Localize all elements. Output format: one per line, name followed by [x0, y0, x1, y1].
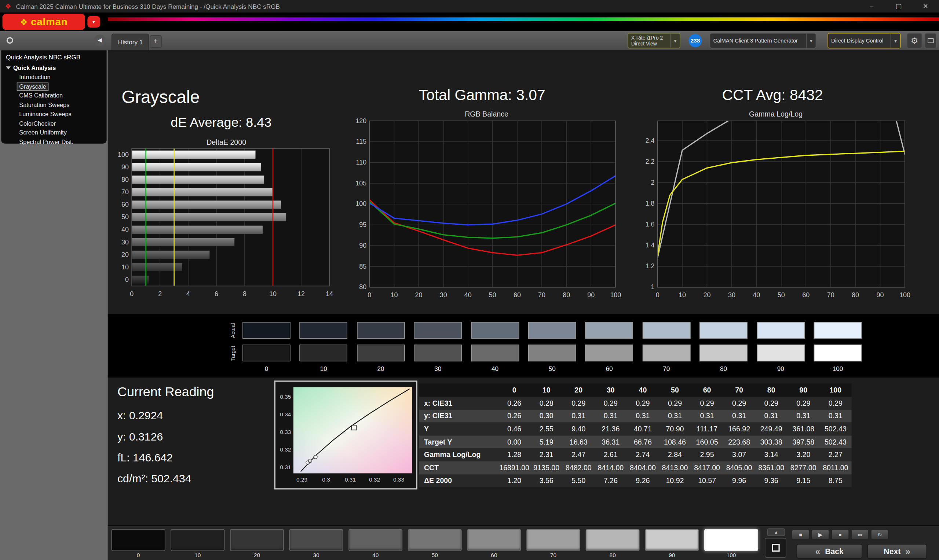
pattern-patch-20[interactable]	[230, 529, 284, 551]
svg-text:80: 80	[563, 291, 570, 299]
actual-swatch-10	[300, 322, 348, 338]
sidebar-item-introduction[interactable]: Introduction	[17, 73, 53, 82]
pattern-patch-90[interactable]	[645, 529, 699, 551]
calman-logo-text: calman	[31, 16, 68, 28]
patch-cell-40: 40	[348, 529, 402, 558]
pattern-patch-80[interactable]	[586, 529, 640, 551]
patch-label-10: 10	[171, 552, 225, 558]
main-menu-button[interactable]: ▼	[87, 16, 100, 28]
sidebar-collapse-button[interactable]: ◀	[94, 35, 105, 46]
app-icon: ❖	[5, 2, 11, 11]
pattern-patch-30[interactable]	[290, 529, 343, 551]
patch-cell-80: 80	[586, 529, 640, 558]
add-tab-button[interactable]: +	[150, 35, 162, 48]
sidebar-item-luminance-sweeps[interactable]: Luminance Sweeps	[17, 110, 74, 119]
actual-row-label: Actual	[230, 322, 236, 339]
table-cell: 160.05	[691, 438, 723, 446]
refresh-button[interactable]: ↻	[871, 529, 889, 540]
row-label: Y	[419, 425, 498, 433]
sidebar-item-grayscale[interactable]: Grayscale	[17, 82, 49, 91]
svg-text:10: 10	[678, 291, 686, 299]
pattern-patch-100[interactable]	[704, 529, 758, 551]
pattern-patch-10[interactable]	[171, 529, 225, 551]
table-cell: 3.56	[530, 477, 563, 485]
svg-text:90: 90	[359, 242, 367, 249]
pattern-patch-0[interactable]	[111, 529, 165, 551]
swatch-level-0: 0	[242, 365, 290, 372]
deltae-2000-chart: 100908070605040302010002468101214	[117, 147, 335, 302]
table-cell: 0.31	[819, 412, 852, 420]
pattern-patch-40[interactable]	[348, 529, 402, 551]
chevron-up-button[interactable]: ▲	[767, 528, 785, 536]
back-button[interactable]: « Back	[796, 544, 862, 559]
pattern-generator-dropdown[interactable]: CalMAN Client 3 Pattern Generator ▼	[710, 33, 817, 48]
svg-text:120: 120	[355, 118, 367, 124]
sidebar-item-cms-calibration[interactable]: CMS Calibration	[17, 92, 65, 100]
window-titlebar: ❖ Calman 2025 Calman Ultimate for Busine…	[0, 0, 939, 12]
sidebar-item-spectral-power-dist[interactable]: Spectral Power Dist.	[17, 138, 76, 146]
reading-y: y: 0.3126	[117, 430, 214, 443]
pattern-patch-70[interactable]	[526, 529, 580, 551]
svg-text:1.8: 1.8	[646, 200, 655, 207]
pattern-patch-50[interactable]	[408, 529, 462, 551]
svg-text:80: 80	[122, 176, 129, 183]
patch-label-80: 80	[586, 552, 640, 558]
svg-text:30: 30	[728, 291, 735, 299]
maximize-button[interactable]: ▢	[885, 0, 912, 12]
table-col-70: 70	[723, 386, 755, 394]
close-button[interactable]: ✕	[912, 0, 939, 12]
table-cell: 2.95	[691, 451, 723, 459]
pin-icon[interactable]	[6, 37, 13, 44]
workflow-tree-panel: Quick Analysis NBC sRGB Quick Analysis I…	[1, 50, 106, 144]
table-cell: 0.31	[691, 412, 723, 420]
table-cell: 10.57	[691, 477, 723, 485]
reading-cdm2: cd/m²: 502.434	[117, 472, 214, 485]
sidebar-item-saturation-sweeps[interactable]: Saturation Sweeps	[17, 101, 72, 109]
layout-button[interactable]	[925, 33, 937, 48]
actual-swatch-0	[242, 322, 290, 338]
play-button[interactable]: ▶	[811, 529, 830, 540]
table-col-20: 20	[562, 386, 595, 394]
meter-dropdown-text: X-Rite i1Pro 2 Direct View	[628, 35, 670, 47]
patch-label-60: 60	[467, 552, 521, 558]
current-reading-panel: Current Reading x: 0.2924 y: 0.3126 fL: …	[117, 384, 214, 493]
display-control-dropdown[interactable]: Direct Display Control ▼	[828, 33, 900, 48]
pattern-patch-60[interactable]	[467, 529, 521, 551]
table-cell: 502.43	[819, 438, 852, 446]
svg-text:80: 80	[852, 291, 859, 299]
sidebar-item-screen-uniformity[interactable]: Screen Uniformity	[17, 129, 69, 137]
tab-history-1[interactable]: History 1	[111, 33, 150, 50]
table-col-10: 10	[530, 386, 563, 394]
actual-swatch-100	[814, 322, 862, 338]
minimize-button[interactable]: –	[858, 0, 885, 12]
svg-text:0.31: 0.31	[280, 464, 291, 470]
continuous-button[interactable]: ∞	[851, 529, 869, 540]
settings-gear-button[interactable]: ⚙	[907, 33, 922, 48]
record-button[interactable]: ●	[831, 529, 849, 540]
pattern-window-button[interactable]	[765, 538, 786, 558]
next-button[interactable]: Next »	[867, 544, 927, 559]
sidebar-item-colorchecker[interactable]: ColorChecker	[17, 120, 58, 128]
svg-text:20: 20	[415, 291, 422, 299]
calman-logo[interactable]: ❖ calman	[3, 14, 85, 30]
logo-strip: ❖ calman ▼	[0, 12, 939, 31]
swatch-level-labels: 0102030405060708090100	[242, 365, 862, 372]
target-swatch-0	[242, 345, 290, 362]
meter-dropdown[interactable]: X-Rite i1Pro 2 Direct View ▼	[628, 33, 680, 48]
svg-text:1.4: 1.4	[646, 242, 655, 249]
patch-cell-10: 10	[171, 529, 225, 558]
svg-text:2.2: 2.2	[646, 158, 655, 165]
reading-x: x: 0.2924	[117, 409, 214, 423]
svg-text:30: 30	[440, 291, 447, 299]
stop-button[interactable]: ■	[791, 529, 809, 540]
table-cell: 0.28	[530, 399, 563, 408]
swatch-level-50: 50	[528, 365, 576, 372]
svg-text:60: 60	[513, 291, 521, 299]
meter-status-badge[interactable]: 238	[689, 34, 702, 47]
table-cell: 0.31	[723, 412, 755, 420]
tree-root-quick-analysis[interactable]: Quick Analysis	[1, 60, 106, 72]
patch-label-70: 70	[526, 552, 580, 558]
table-cell: 8011.00	[819, 464, 852, 472]
svg-text:0.33: 0.33	[393, 477, 404, 483]
svg-text:105: 105	[355, 180, 367, 187]
